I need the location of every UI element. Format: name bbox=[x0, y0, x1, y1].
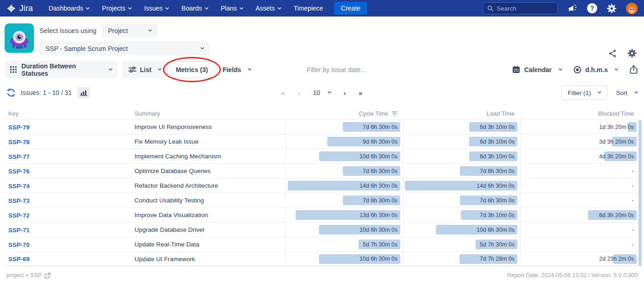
issue-key-link[interactable]: SSP-70 bbox=[8, 241, 30, 248]
fields-button[interactable]: Fields bbox=[223, 66, 251, 73]
duration-value: 7d 7h 28m 0s bbox=[480, 256, 515, 262]
issue-key-link[interactable]: SSP-69 bbox=[8, 256, 30, 263]
lead-time-cell: 6d 3h 10m 0s bbox=[403, 149, 520, 163]
key-cell: SSP-78 bbox=[5, 138, 134, 146]
issue-source-select[interactable]: Project bbox=[102, 23, 157, 38]
key-cell: SSP-77 bbox=[5, 152, 134, 161]
sort-button[interactable]: Sort bbox=[616, 89, 638, 96]
issue-key-link[interactable]: SSP-74 bbox=[8, 183, 30, 190]
blocked-time-cell: - bbox=[520, 237, 639, 251]
col-header-key: Key bbox=[5, 110, 134, 117]
top-navbar: Jira DashboardsProjectsIssuesBoardsPlans… bbox=[0, 0, 644, 17]
page-size-value: 10 bbox=[313, 89, 320, 96]
report-settings-gear-icon[interactable] bbox=[627, 49, 637, 58]
chart-view-button[interactable] bbox=[78, 87, 90, 99]
time-format-select[interactable]: d.h.m.s bbox=[574, 66, 618, 73]
nav-item-issues[interactable]: Issues bbox=[144, 5, 168, 12]
report-footer: project = SSP Report Date: 2024-05-09 13… bbox=[6, 272, 638, 279]
chevron-down-icon bbox=[328, 90, 331, 94]
fields-label: Fields bbox=[223, 66, 241, 73]
next-page-button[interactable]: › bbox=[343, 89, 346, 97]
key-cell: SSP-71 bbox=[5, 226, 134, 234]
key-cell: SSP-79 bbox=[5, 123, 134, 131]
nav-item-plans[interactable]: Plans bbox=[221, 5, 243, 12]
project-select[interactable]: SSP - Sample Scrum Project bbox=[39, 41, 210, 56]
search-icon bbox=[487, 5, 493, 11]
issue-key-link[interactable]: SSP-72 bbox=[8, 212, 30, 219]
issue-summary: Improve UI Responsiveness bbox=[134, 123, 286, 130]
share-icon[interactable] bbox=[608, 49, 617, 58]
jira-logo[interactable]: Jira bbox=[6, 4, 33, 13]
nav-item-timepiece[interactable]: Timepiece bbox=[294, 5, 323, 12]
toolbar-right: Calendar d.h.m.s bbox=[512, 65, 638, 74]
table-row: SSP-76Optimize Database Queries7d 6h 30m… bbox=[5, 163, 639, 178]
duration-value: 13d 6h 30m 0s bbox=[359, 212, 398, 218]
tab-metrics[interactable]: Metrics (3) bbox=[168, 61, 216, 78]
duration-value: 6d 3h 10m 0s bbox=[480, 124, 515, 130]
refresh-icon[interactable] bbox=[6, 88, 16, 97]
chevron-down-icon bbox=[248, 67, 252, 70]
duration-empty: - bbox=[632, 241, 634, 248]
duration-value: 6d 3h 10m 0s bbox=[480, 153, 515, 160]
blocked-time-cell: 1d 3h 20m 0s bbox=[520, 120, 639, 134]
export-icon[interactable] bbox=[630, 65, 638, 74]
prev-page-button[interactable]: ‹ bbox=[298, 89, 301, 97]
nav-item-assets[interactable]: Assets bbox=[256, 5, 281, 12]
nav-item-boards[interactable]: Boards bbox=[181, 5, 207, 12]
issue-key-link[interactable]: SSP-78 bbox=[8, 139, 30, 145]
help-icon[interactable]: ? bbox=[587, 3, 597, 13]
chevron-down-icon bbox=[598, 90, 601, 94]
report-info: Report Date: 2024-05-09 13:02 / Version:… bbox=[507, 272, 638, 279]
duration-value: 7d 6h 30m 0s bbox=[480, 168, 515, 174]
blocked-time-cell: - bbox=[520, 223, 639, 237]
page-size-select[interactable]: 10 bbox=[313, 89, 331, 96]
lead-time-cell: 5d 7h 30m 0s bbox=[403, 237, 520, 251]
table-row: SSP-71Upgrade Database Driver10d 6h 30m … bbox=[5, 222, 639, 237]
chevron-down-icon bbox=[615, 67, 618, 70]
issue-key-link[interactable]: SSP-76 bbox=[8, 168, 30, 175]
nav-item-dashboards[interactable]: Dashboards bbox=[49, 5, 90, 12]
external-link-icon bbox=[45, 273, 50, 279]
duration-value: 7d 3h 10m 0s bbox=[480, 212, 515, 218]
issue-key-link[interactable]: SSP-79 bbox=[8, 124, 30, 131]
issue-key-link[interactable]: SSP-77 bbox=[8, 153, 30, 160]
first-page-button[interactable]: « bbox=[281, 89, 285, 97]
chevron-down-icon bbox=[559, 67, 562, 70]
create-button[interactable]: Create bbox=[334, 2, 367, 15]
blocked-time-cell: - bbox=[520, 164, 639, 178]
calendar-label: Calendar bbox=[524, 66, 552, 73]
announcements-icon[interactable] bbox=[567, 4, 577, 13]
nav-item-projects[interactable]: Projects bbox=[102, 5, 131, 12]
filter-button[interactable]: Filter (1) bbox=[561, 85, 607, 100]
lead-time-cell: 7d 6h 30m 0s bbox=[403, 164, 520, 178]
table-body: SSP-79Improve UI Responsiveness7d 6h 30m… bbox=[5, 119, 639, 266]
settings-gear-icon[interactable] bbox=[607, 4, 616, 13]
duration-value: 14d 6h 30m 0s bbox=[359, 183, 398, 189]
issue-key-link[interactable]: SSP-73 bbox=[8, 197, 30, 204]
jql-query-link[interactable]: project = SSP bbox=[6, 272, 50, 279]
duration-value: 7d 6h 30m 0s bbox=[363, 124, 398, 130]
table-scrollbar[interactable] bbox=[638, 120, 642, 266]
nav-item-label: Plans bbox=[221, 5, 237, 12]
jira-logo-icon bbox=[6, 4, 16, 13]
cycle-time-cell: 7d 6h 30m 0s bbox=[286, 193, 403, 207]
duration-value: 14d 6h 30m 0s bbox=[476, 183, 515, 189]
last-page-button[interactable]: » bbox=[358, 89, 363, 97]
issue-summary: Improve Data Visualization bbox=[134, 212, 286, 218]
issue-summary: Conduct Usability Testing bbox=[134, 197, 286, 204]
tab-list[interactable]: List bbox=[122, 61, 168, 78]
calendar-select[interactable]: Calendar bbox=[512, 66, 562, 73]
filter-funnel-icon[interactable] bbox=[392, 111, 398, 116]
search-input[interactable]: Search bbox=[483, 2, 558, 14]
duration-value: 5d 7h 30m 0s bbox=[480, 241, 515, 248]
report-type-select[interactable]: Duration Between Statuses bbox=[5, 61, 118, 78]
duration-value: 1d 3h 20m 0s bbox=[599, 124, 634, 130]
chevron-down-icon bbox=[634, 90, 638, 94]
issue-date-filter-input[interactable]: Filter by issue date... bbox=[307, 66, 366, 73]
nav-item-label: Projects bbox=[102, 5, 125, 12]
issue-key-link[interactable]: SSP-71 bbox=[8, 227, 30, 234]
grid-icon bbox=[10, 66, 17, 73]
cycle-time-cell: 5d 7h 30m 0s bbox=[286, 237, 403, 251]
user-avatar[interactable] bbox=[626, 3, 638, 14]
duration-value: 2d 23h 2m 0s bbox=[599, 256, 634, 262]
